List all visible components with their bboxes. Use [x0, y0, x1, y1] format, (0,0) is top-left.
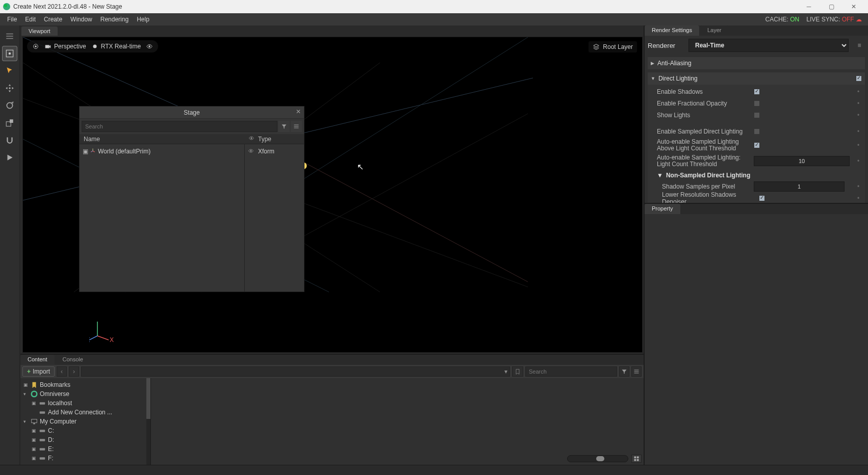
render-settings-tab[interactable]: Render Settings	[645, 25, 699, 36]
stage-column-headers: Name Type	[80, 134, 304, 144]
stage-title-label: Stage	[184, 109, 199, 116]
svg-text:X: X	[110, 336, 114, 342]
stage-filter-icon[interactable]	[278, 121, 290, 132]
rotate-tool[interactable]	[2, 98, 17, 113]
stage-options-icon[interactable]	[291, 121, 302, 132]
stage-search-input[interactable]	[82, 121, 277, 132]
maximize-button[interactable]: ▢	[820, 0, 843, 13]
app-logo	[3, 3, 10, 10]
close-button[interactable]: ✕	[843, 0, 865, 13]
tree-localhost[interactable]: ▣localhost	[21, 399, 149, 408]
layer-tab[interactable]: Layer	[700, 25, 729, 36]
camera-selector[interactable]: Perspective	[44, 43, 86, 50]
view-mode-grid-icon[interactable]	[631, 455, 642, 463]
toolbar-grip-icon[interactable]	[2, 29, 17, 44]
stage-row-world[interactable]: ▣ World (defaultPrim)	[83, 146, 241, 156]
bookmark-button[interactable]	[512, 366, 523, 377]
axis-gizmo[interactable]: Z X	[89, 316, 115, 342]
content-view[interactable]	[151, 378, 644, 465]
content-tab[interactable]: Content	[20, 355, 55, 365]
tree-drive-c[interactable]: ▣C:	[21, 426, 149, 435]
enable-frac-opacity-checkbox[interactable]	[754, 100, 760, 107]
play-tool[interactable]	[2, 150, 17, 165]
svg-rect-38	[634, 459, 636, 461]
svg-line-24	[89, 336, 97, 340]
scale-tool[interactable]	[2, 115, 17, 130]
select-prim-tool[interactable]	[2, 46, 17, 61]
stage-col-name-header[interactable]: Name	[80, 136, 245, 143]
tree-scrollbar[interactable]	[146, 378, 150, 465]
shadow-samples-input[interactable]	[754, 181, 845, 192]
title-bar: Create Next 2021.2.0-dl.48 - New Stage ─…	[0, 0, 868, 13]
tree-omniverse[interactable]: ▾Omniverse	[21, 389, 149, 399]
tree-drive-d[interactable]: ▣D:	[21, 435, 149, 444]
content-filter-icon[interactable]	[619, 366, 629, 377]
stage-title-bar[interactable]: Stage ✕	[80, 107, 304, 119]
stage-col-type-header[interactable]: Type	[258, 136, 304, 143]
viewport-settings-icon[interactable]	[32, 43, 39, 50]
property-tab[interactable]: Property	[645, 204, 680, 214]
menu-bar: File Edit Create Window Rendering Help C…	[0, 13, 868, 25]
stage-vis-icon[interactable]	[248, 148, 256, 155]
viewport-tabstrip: Viewport	[20, 25, 644, 36]
enable-shadows-label: Enable Shadows	[657, 88, 754, 95]
snap-tool[interactable]	[2, 133, 17, 148]
enable-shadows-checkbox[interactable]	[754, 89, 760, 95]
tree-drive-e[interactable]: ▣E:	[21, 444, 149, 454]
nav-forward-button[interactable]: ›	[69, 366, 79, 377]
viewport-tab[interactable]: Viewport	[21, 27, 58, 36]
minimize-button[interactable]: ─	[798, 0, 820, 13]
svg-rect-17	[45, 45, 49, 48]
stage-col-vis-icon[interactable]	[245, 135, 258, 143]
root-layer-button[interactable]: Root Layer	[589, 41, 637, 52]
tree-drive-f[interactable]: ▣F:	[21, 454, 149, 463]
visibility-icon[interactable]	[146, 43, 153, 50]
threshold-input[interactable]	[754, 156, 850, 166]
svg-rect-28	[40, 402, 45, 404]
livesync-status[interactable]: LIVE SYNC: OFF ☁	[806, 16, 862, 23]
svg-point-27	[32, 391, 37, 397]
content-browser: Content Console +Import ‹ › ▾ ▣Bookmarks…	[20, 354, 644, 465]
menu-window[interactable]: Window	[66, 14, 96, 24]
auto-enable-sampled-checkbox[interactable]	[754, 142, 760, 148]
stage-panel: Stage ✕ Name Type	[79, 106, 304, 292]
nav-back-button[interactable]: ‹	[57, 366, 67, 377]
shadow-samples-label: Shadow Samples per Pixel	[662, 183, 754, 190]
select-tool[interactable]	[2, 63, 17, 78]
move-tool[interactable]	[2, 81, 17, 96]
path-bar[interactable]: ▾	[81, 366, 510, 377]
menu-edit[interactable]: Edit	[21, 14, 40, 24]
svg-rect-29	[40, 411, 45, 413]
stage-close-icon[interactable]: ✕	[296, 108, 301, 115]
renderer-options-icon[interactable]: ≡	[854, 40, 865, 51]
path-dropdown-icon[interactable]: ▾	[504, 368, 507, 375]
viewport[interactable]: Perspective RTX Real-time Root Layer ◗ S…	[22, 37, 643, 353]
show-lights-label: Show Lights	[657, 112, 754, 119]
tree-bookmarks[interactable]: ▣Bookmarks	[21, 380, 149, 389]
content-search-input[interactable]	[525, 366, 617, 377]
menu-create[interactable]: Create	[40, 14, 66, 24]
content-tree[interactable]: ▣Bookmarks ▾Omniverse ▣localhost Add New…	[20, 378, 151, 465]
antialiasing-section-header[interactable]: ▶Anti-Aliasing	[648, 57, 865, 69]
non-sampled-section-header[interactable]: ▼Non-Sampled Direct Lighting	[657, 170, 861, 180]
stage-node-type: Xform	[258, 148, 274, 155]
thumbnail-size-slider[interactable]	[567, 455, 628, 462]
render-mode-selector[interactable]: RTX Real-time	[91, 43, 141, 50]
enable-sampled-checkbox[interactable]	[754, 128, 760, 135]
tree-my-computer[interactable]: ▾My Computer	[21, 417, 149, 426]
renderer-select[interactable]: Real-Time	[688, 39, 849, 52]
direct-lighting-section-header[interactable]: ▼Direct Lighting	[648, 72, 865, 85]
svg-rect-37	[637, 457, 639, 459]
expand-icon[interactable]: ▣	[83, 148, 88, 155]
tree-add-connection[interactable]: Add New Connection ...	[21, 408, 149, 417]
content-options-icon[interactable]	[631, 366, 642, 377]
lower-res-shadows-checkbox[interactable]	[759, 195, 765, 201]
svg-point-3	[7, 102, 12, 108]
menu-file[interactable]: File	[3, 14, 21, 24]
console-tab[interactable]: Console	[56, 355, 90, 365]
menu-help[interactable]: Help	[133, 14, 154, 24]
menu-rendering[interactable]: Rendering	[96, 14, 133, 24]
show-lights-checkbox[interactable]	[754, 112, 760, 118]
import-button[interactable]: +Import	[22, 366, 55, 377]
direct-lighting-enable-checkbox[interactable]	[856, 75, 862, 82]
